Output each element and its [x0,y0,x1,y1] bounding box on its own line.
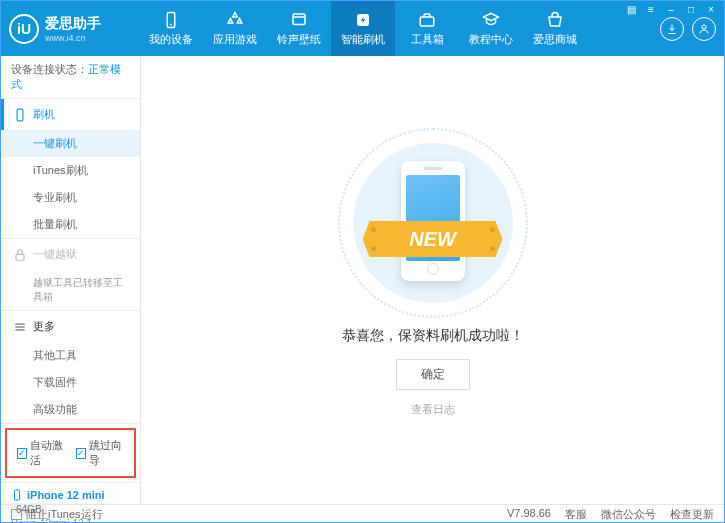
wechat-link[interactable]: 微信公众号 [601,507,656,522]
skip-guide-checkbox[interactable]: ✓ 跳过向导 [76,438,125,468]
checkbox-icon: ✓ [76,448,86,459]
tab-toolbox[interactable]: 工具箱 [395,1,459,56]
app-title: 爱思助手 [45,15,101,33]
tab-my-device[interactable]: 我的设备 [139,1,203,56]
tab-label: 智能刷机 [341,32,385,47]
flash-icon [354,11,372,29]
minimize-icon[interactable]: – [663,2,679,16]
tab-label: 工具箱 [411,32,444,47]
store-icon [546,11,564,29]
toolbox-icon [418,11,436,29]
svg-rect-6 [17,109,23,121]
download-button[interactable] [660,17,684,41]
sidebar-header-more[interactable]: 更多 [1,311,140,342]
nav-tabs: 我的设备 应用游戏 铃声壁纸 智能刷机 工具箱 教程中心 爱思商城 [139,1,660,56]
svg-rect-2 [293,14,305,25]
window-controls: ▤ ≡ – □ × [623,2,719,16]
user-icon [698,23,710,35]
sidebar-item-pro[interactable]: 专业刷机 [1,184,140,211]
sidebar-header-jailbreak[interactable]: 一键越狱 [1,239,140,270]
apps-icon [226,11,244,29]
confirm-button[interactable]: 确定 [396,359,470,390]
app-url: www.i4.cn [45,33,101,43]
tab-tutorial[interactable]: 教程中心 [459,1,523,56]
svg-rect-11 [15,490,20,500]
success-message: 恭喜您，保资料刷机成功啦！ [342,327,524,345]
tutorial-icon [482,11,500,29]
block-itunes-checkbox[interactable]: 阻止iTunes运行 [11,507,103,522]
sidebar-item-firmware[interactable]: 下载固件 [1,369,140,396]
tab-flash[interactable]: 智能刷机 [331,1,395,56]
more-icon [13,320,27,334]
tab-label: 应用游戏 [213,32,257,47]
checkbox-icon [11,509,22,520]
sidebar-item-itunes[interactable]: iTunes刷机 [1,157,140,184]
version-label: V7.98.66 [507,507,551,522]
tab-label: 铃声壁纸 [277,32,321,47]
media-icon [290,11,308,29]
view-log-link[interactable]: 查看日志 [411,402,455,417]
sidebar-item-advanced[interactable]: 高级功能 [1,396,140,423]
main-content: NEW 恭喜您，保资料刷机成功啦！ 确定 查看日志 [141,56,724,504]
support-link[interactable]: 客服 [565,507,587,522]
tab-label: 教程中心 [469,32,513,47]
svg-rect-4 [420,17,434,26]
tab-media[interactable]: 铃声壁纸 [267,1,331,56]
sidebar-item-other[interactable]: 其他工具 [1,342,140,369]
auto-activate-checkbox[interactable]: ✓ 自动激活 [17,438,66,468]
update-link[interactable]: 检查更新 [670,507,714,522]
connection-status: 设备连接状态：正常模式 [1,56,140,99]
download-icon [666,23,678,35]
svg-point-5 [702,25,706,29]
success-illustration: NEW [353,143,513,303]
maximize-icon[interactable]: □ [683,2,699,16]
checkbox-icon: ✓ [17,448,27,459]
sidebar-item-oneclick[interactable]: 一键刷机 [1,130,140,157]
menu-icon[interactable]: ▤ [623,2,639,16]
sidebar-item-batch[interactable]: 批量刷机 [1,211,140,238]
device-icon [162,11,180,29]
logo[interactable]: iU 爱思助手 www.i4.cn [9,14,139,44]
jailbreak-note: 越狱工具已转移至工具箱 [1,270,140,310]
svg-rect-7 [16,254,24,260]
logo-icon: iU [9,14,39,44]
sidebar: 设备连接状态：正常模式 刷机 一键刷机 iTunes刷机 专业刷机 批量刷机 一… [1,56,141,504]
new-banner: NEW [363,221,503,257]
phone-flash-icon [13,108,27,122]
user-button[interactable] [692,17,716,41]
close-icon[interactable]: × [703,2,719,16]
lock-icon [13,248,27,262]
phone-icon [11,489,23,501]
tab-label: 我的设备 [149,32,193,47]
tab-apps[interactable]: 应用游戏 [203,1,267,56]
tab-store[interactable]: 爱思商城 [523,1,587,56]
highlighted-options: ✓ 自动激活 ✓ 跳过向导 [5,428,136,478]
tab-label: 爱思商城 [533,32,577,47]
sidebar-header-flash[interactable]: 刷机 [1,99,140,130]
tray-icon[interactable]: ≡ [643,2,659,16]
header: iU 爱思助手 www.i4.cn 我的设备 应用游戏 铃声壁纸 智能刷机 工具… [1,1,724,56]
